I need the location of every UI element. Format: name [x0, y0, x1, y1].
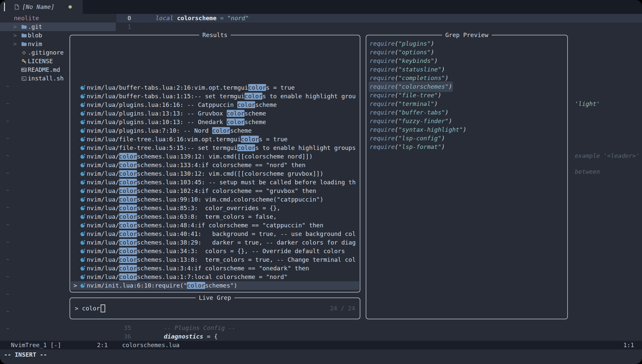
grep-result[interactable]: >nvim/lua/colorschemes.lua:139:12: vim.c…: [71, 152, 359, 161]
grep-result[interactable]: >nvim/lua/plugins.lua:7:10: -- Nord colo…: [71, 126, 359, 135]
lua-icon: [78, 137, 87, 142]
grep-result[interactable]: >nvim/lua/colorschemes.lua:99:10: vim.cm…: [71, 195, 359, 204]
terminal-icon: [20, 76, 28, 81]
folder-icon: [20, 33, 28, 38]
match-highlight: color: [237, 101, 255, 108]
grep-preview-panel-title: Grep Preview: [442, 31, 491, 39]
result-text: nvim/lua/plugins.lua:16:16: -- Catppucci…: [87, 101, 277, 109]
cursor-line-highlight: [116, 14, 642, 23]
statusline: NvimTree_1 [-] 2:1 colorschemes.lua 1:1: [0, 341, 642, 349]
grep-result[interactable]: >nvim/lua/colorschemes.lua:1:7:local col…: [71, 273, 359, 281]
preview-line: require("statusline"): [367, 65, 567, 74]
lua-icon: [78, 274, 87, 280]
grep-result[interactable]: >nvim/lua/plugins.lua:16:16: -- Catppucc…: [71, 101, 359, 109]
live-grep-input[interactable]: >color 24 / 24: [70, 298, 360, 319]
grep-result[interactable]: >nvim/lua/colorschemes.lua:133:4:if colo…: [71, 161, 359, 169]
grep-result[interactable]: >nvim/lua/plugins.lua:10:13: -- Onedark …: [71, 118, 359, 126]
code-line: diagnostics = {: [164, 332, 218, 341]
code-line: -- Plugins Config --: [164, 324, 236, 332]
grep-result[interactable]: >nvim/init.lua:6:10:require("colorscheme…: [71, 281, 359, 290]
match-highlight: color: [119, 248, 137, 254]
match-highlight: color: [248, 84, 266, 91]
grep-result[interactable]: >nvim/lua/buffer-tabs.lua:2:16:vim.opt.t…: [71, 83, 359, 92]
statusline-cursor-position: 1:1: [623, 341, 634, 349]
tree-item--git[interactable]: >.git: [0, 23, 116, 31]
folder-arrow-icon: >: [13, 23, 20, 31]
lua-icon: [78, 145, 87, 151]
code-line: local colorscheme = "nord": [156, 14, 249, 23]
background-text: between: [575, 167, 600, 176]
grep-result[interactable]: >nvim/lua/colorschemes.lua:103:45: -- se…: [71, 178, 359, 187]
statusline-filename: colorschemes.lua: [122, 341, 179, 349]
modified-dot-icon: [69, 5, 72, 9]
lua-icon: [78, 102, 87, 108]
result-text: nvim/lua/plugins.lua:13:13: -- Gruvbox c…: [87, 109, 266, 118]
result-text: nvim/init.lua:6:10:require("colorschemes…: [87, 281, 237, 290]
match-highlight: color: [119, 179, 137, 186]
tree-item-label: .git: [28, 23, 42, 31]
match-highlight: color: [119, 187, 137, 194]
lua-icon: [78, 162, 87, 168]
result-text: nvim/lua/colorschemes.lua:13:8: term_col…: [87, 255, 356, 264]
match-highlight: color: [119, 161, 137, 168]
grep-result[interactable]: >nvim/lua/colorschemes.lua:3:4:if colors…: [71, 264, 359, 273]
match-highlight: color: [119, 205, 137, 211]
match-highlight: color: [119, 230, 137, 237]
result-text: nvim/lua/colorschemes.lua:102:4:if color…: [87, 187, 316, 195]
tab-no-name[interactable]: [No Name]: [10, 0, 76, 14]
folder-arrow-icon: >: [13, 31, 20, 40]
result-text: nvim/lua/colorschemes.lua:139:12: vim.cm…: [87, 152, 313, 161]
match-highlight: color: [119, 222, 137, 229]
grep-result[interactable]: >nvim/lua/file-tree.lua:6:16:vim.opt.ter…: [71, 135, 359, 144]
match-highlight: color: [119, 213, 137, 220]
result-text: nvim/lua/colorschemes.lua:48:4:if colors…: [87, 221, 323, 230]
preview-line: require("lsp-format"): [367, 143, 567, 151]
terminal-window: [No Name] neolite >.git>blob>nvim.gitign…: [0, 0, 642, 364]
grep-result[interactable]: >nvim/lua/colorschemes.lua:102:4:if colo…: [71, 187, 359, 195]
grep-result[interactable]: >nvim/lua/colorschemes.lua:13:8: term_co…: [71, 255, 359, 264]
result-text: nvim/lua/file-tree.lua:5:15:-- set termg…: [87, 144, 356, 152]
grep-result[interactable]: >nvim/lua/file-tree.lua:5:15:-- set term…: [71, 144, 359, 152]
folder-arrow-icon: >: [13, 40, 20, 48]
lua-icon: [78, 180, 87, 185]
result-text: nvim/lua/colorschemes.lua:3:4:if colorsc…: [87, 264, 309, 273]
grep-result[interactable]: >nvim/lua/colorschemes.lua:130:12: vim.c…: [71, 169, 359, 178]
lua-icon: [78, 223, 87, 228]
match-highlight: color: [241, 136, 259, 143]
result-text: nvim/lua/colorschemes.lua:130:12: vim.cm…: [87, 169, 323, 178]
preview-line: require("lsp-config"): [367, 134, 567, 143]
preview-line: require("completions"): [367, 74, 567, 82]
tree-item-label: .gitignore: [28, 48, 64, 57]
match-highlight: color: [212, 127, 230, 134]
preview-line: require("buffer-tabs"): [367, 108, 567, 117]
grep-result[interactable]: >nvim/lua/colorschemes.lua:48:4:if color…: [71, 221, 359, 230]
lua-icon: [78, 111, 87, 116]
result-text: nvim/lua/file-tree.lua:6:16:vim.opt.term…: [87, 135, 288, 144]
background-text: 'light': [575, 100, 600, 108]
text-cursor: [101, 304, 105, 312]
grep-result[interactable]: >nvim/lua/colorschemes.lua:85:3: color_o…: [71, 204, 359, 212]
lua-icon: [78, 231, 87, 237]
lua-icon: [78, 119, 87, 125]
match-highlight: color: [119, 170, 137, 177]
grep-result[interactable]: >nvim/lua/buffer-tabs.lua:1:15:-- set te…: [71, 92, 359, 101]
tree-item-label: nvim: [28, 40, 42, 48]
result-text: nvim/lua/colorschemes.lua:40:41: backgro…: [87, 230, 356, 238]
grep-result[interactable]: >nvim/lua/colorschemes.lua:40:41: backgr…: [71, 230, 359, 238]
result-text: nvim/lua/colorschemes.lua:63:8: term_col…: [87, 212, 277, 221]
lua-icon: [78, 205, 87, 211]
result-text: nvim/lua/colorschemes.lua:99:10: vim.cmd…: [87, 195, 323, 204]
match-highlight: color: [119, 273, 137, 280]
lua-icon: [78, 257, 87, 262]
result-counter: 24 / 24: [330, 304, 355, 313]
result-text: nvim/lua/colorschemes.lua:34:3: colors =…: [87, 247, 345, 255]
folder-icon: [20, 24, 28, 29]
grep-result[interactable]: >nvim/lua/colorschemes.lua:38:29: darker…: [71, 238, 359, 247]
grep-result[interactable]: >nvim/lua/plugins.lua:13:13: -- Gruvbox …: [71, 109, 359, 118]
tree-item-label: LICENSE: [28, 57, 53, 66]
match-highlight: color: [119, 196, 137, 203]
tree-item-label: blob: [28, 31, 42, 40]
grep-result[interactable]: >nvim/lua/colorschemes.lua:63:8: term_co…: [71, 212, 359, 221]
selection-caret-icon: >: [73, 281, 78, 290]
grep-result[interactable]: >nvim/lua/colorschemes.lua:34:3: colors …: [71, 247, 359, 255]
